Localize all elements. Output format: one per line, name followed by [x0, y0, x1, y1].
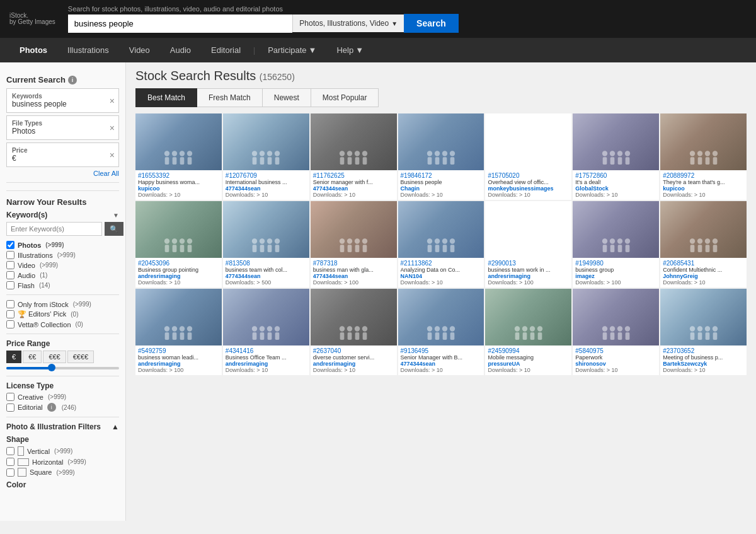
image-author[interactable]: andresrimaging: [488, 273, 569, 279]
image-thumbnail[interactable]: [135, 201, 222, 258]
filter-video[interactable]: Video(>999): [6, 261, 119, 269]
keyword-input[interactable]: [6, 222, 102, 236]
image-thumbnail[interactable]: [660, 201, 747, 258]
image-author[interactable]: andresrimaging: [138, 361, 219, 367]
image-thumbnail[interactable]: [485, 289, 571, 345]
image-cell[interactable]: #17572860 It's a deal! GlobalStock Downl…: [573, 113, 659, 200]
image-id[interactable]: #23703652: [663, 347, 744, 354]
editorial-info-icon[interactable]: i: [47, 403, 56, 412]
image-thumbnail[interactable]: [485, 201, 571, 258]
image-cell[interactable]: #9136495 Senior Manager with B... 477434…: [398, 289, 484, 375]
image-author[interactable]: 4774344sean: [401, 361, 482, 367]
image-cell[interactable]: #20889972 They're a team that's g... kup…: [660, 113, 747, 200]
image-cell[interactable]: #16553392 Happy business woma... kupicoo…: [135, 113, 222, 200]
image-thumbnail[interactable]: [311, 201, 397, 258]
image-cell[interactable]: #2990013 business team work in ... andre…: [485, 201, 571, 287]
remove-keywords-button[interactable]: ×: [110, 96, 115, 106]
shape-square-checkbox[interactable]: [6, 468, 14, 477]
filter-creative[interactable]: Creative(>999): [6, 393, 119, 401]
shape-vertical[interactable]: Vertical(>999): [6, 446, 119, 456]
filter-editors-pick[interactable]: 🏆 Editors' Pick(0): [6, 310, 119, 318]
image-id[interactable]: #17572860: [575, 172, 656, 179]
image-id[interactable]: #4341416: [226, 347, 307, 354]
image-cell[interactable]: #20453096 Business group pointing andres…: [135, 201, 222, 287]
nav-editorial[interactable]: Editorial: [201, 38, 251, 62]
image-id[interactable]: #2990013: [488, 260, 569, 267]
image-thumbnail[interactable]: [311, 289, 397, 345]
clear-all-button[interactable]: Clear All: [6, 170, 119, 177]
image-cell[interactable]: #12076709 International business ... 477…: [223, 113, 309, 200]
image-id[interactable]: #787318: [313, 260, 394, 267]
image-author[interactable]: Chagin: [401, 185, 482, 192]
image-author[interactable]: BartekSzewczyk: [663, 361, 744, 367]
image-author[interactable]: shironosov: [575, 361, 656, 367]
image-id[interactable]: #11762625: [313, 172, 394, 179]
filter-istock-checkbox[interactable]: [6, 300, 14, 308]
sort-fresh-match[interactable]: Fresh Match: [197, 88, 263, 107]
image-author[interactable]: NAN104: [401, 273, 482, 279]
image-id[interactable]: #813508: [226, 260, 307, 267]
filter-photos-checkbox[interactable]: [6, 241, 14, 249]
image-thumbnail[interactable]: [135, 289, 222, 345]
image-thumbnail[interactable]: [223, 289, 309, 345]
search-button[interactable]: Search: [404, 14, 459, 33]
image-cell[interactable]: #24590994 Mobile messaging pressureUA Do…: [485, 289, 571, 375]
image-cell[interactable]: #20685431 Confident Multiethnic ... John…: [660, 201, 747, 287]
price-tab-3[interactable]: €€€: [43, 351, 66, 363]
price-slider-thumb[interactable]: [48, 364, 55, 371]
image-id[interactable]: #19846172: [401, 172, 482, 179]
filter-editorial-checkbox[interactable]: [6, 403, 14, 412]
image-author[interactable]: 4774344sean: [313, 273, 394, 279]
remove-file-types-button[interactable]: ×: [110, 123, 115, 133]
search-type-dropdown[interactable]: Photos, Illustrations, Video ▼: [292, 15, 404, 32]
image-thumbnail[interactable]: [398, 201, 484, 258]
filter-vetta-checkbox[interactable]: [6, 320, 14, 328]
image-author[interactable]: kupicoo: [138, 185, 219, 192]
current-search-info-icon[interactable]: i: [68, 76, 77, 84]
image-id[interactable]: #20685431: [663, 260, 744, 267]
filter-photos[interactable]: Photos(>999): [6, 241, 119, 249]
nav-photos[interactable]: Photos: [9, 38, 57, 62]
image-author[interactable]: GlobalStock: [575, 185, 656, 192]
image-author[interactable]: imagez: [575, 273, 656, 279]
filter-audio[interactable]: Audio(1): [6, 271, 119, 279]
image-author[interactable]: 4774344sean: [313, 185, 394, 192]
price-tab-4[interactable]: €€€€: [67, 351, 94, 363]
image-thumbnail[interactable]: [135, 113, 222, 170]
image-cell[interactable]: #787318 business man with gla... 4774344…: [311, 201, 397, 287]
image-thumbnail[interactable]: [398, 289, 484, 345]
search-input[interactable]: [68, 15, 293, 33]
image-thumbnail[interactable]: [398, 113, 484, 170]
image-id[interactable]: #12076709: [226, 172, 307, 179]
image-cell[interactable]: #2637040 diverse customer servi... andre…: [311, 289, 397, 375]
image-author[interactable]: monkeybusinessimages: [488, 185, 569, 192]
nav-participate[interactable]: Participate ▼: [258, 38, 326, 62]
image-id[interactable]: #5492759: [138, 347, 219, 354]
image-id[interactable]: #5840975: [575, 347, 656, 354]
image-cell[interactable]: #5492759 business woman leadi... andresr…: [135, 289, 222, 375]
image-cell[interactable]: #23703652 Meeting of business p... Barte…: [660, 289, 747, 375]
nav-illustrations[interactable]: Illustrations: [57, 38, 119, 62]
sort-newest[interactable]: Newest: [263, 88, 311, 107]
filter-illustrations-checkbox[interactable]: [6, 251, 14, 259]
image-cell[interactable]: #4341416 Business Office Team ... andres…: [223, 289, 309, 375]
price-tab-2[interactable]: €€: [23, 351, 42, 363]
remove-price-button[interactable]: ×: [110, 150, 115, 160]
nav-help[interactable]: Help ▼: [326, 38, 374, 62]
image-id[interactable]: #20889972: [663, 172, 744, 179]
filter-editorial[interactable]: Editorial i (246): [6, 403, 119, 412]
image-thumbnail[interactable]: [223, 201, 309, 258]
image-thumbnail[interactable]: [573, 201, 659, 258]
image-cell[interactable]: #19846172 Business people Chagin Downloa…: [398, 113, 484, 200]
image-author[interactable]: 4774344sean: [226, 273, 307, 279]
image-author[interactable]: andresrimaging: [138, 273, 219, 279]
image-thumbnail[interactable]: [311, 113, 397, 170]
image-author[interactable]: pressureUA: [488, 361, 569, 367]
photo-filter-header[interactable]: Photo & Illustration Filters ▲: [6, 422, 119, 431]
image-cell[interactable]: #15705020 Overhead view of offic... monk…: [485, 113, 571, 200]
image-thumbnail[interactable]: [223, 113, 309, 170]
shape-horizontal-checkbox[interactable]: [6, 458, 14, 466]
image-cell[interactable]: #5840975 Paperwork shironosov Downloads:…: [573, 289, 659, 375]
sort-most-popular[interactable]: Most Popular: [311, 88, 379, 107]
sort-best-match[interactable]: Best Match: [135, 88, 197, 107]
